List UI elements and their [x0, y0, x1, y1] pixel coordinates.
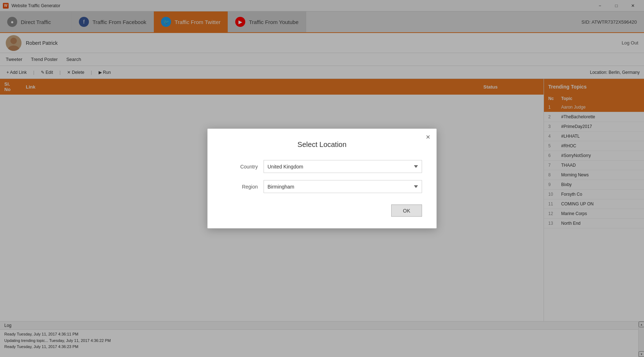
region-row: Region Birmingham London Manchester Leed…	[222, 180, 422, 193]
dialog-footer: OK	[222, 205, 422, 217]
select-location-dialog: ✕ Select Location Country United Kingdom…	[207, 129, 437, 229]
country-select[interactable]: United Kingdom United States Germany Fra…	[264, 160, 422, 173]
region-select[interactable]: Birmingham London Manchester Leeds Glasg…	[264, 180, 422, 193]
region-label: Region	[222, 184, 258, 190]
dialog-title: Select Location	[222, 141, 422, 149]
country-row: Country United Kingdom United States Ger…	[222, 160, 422, 173]
modal-overlay: ✕ Select Location Country United Kingdom…	[0, 0, 644, 357]
dialog-close-button[interactable]: ✕	[423, 133, 432, 141]
ok-button[interactable]: OK	[391, 205, 422, 217]
country-label: Country	[222, 164, 258, 170]
